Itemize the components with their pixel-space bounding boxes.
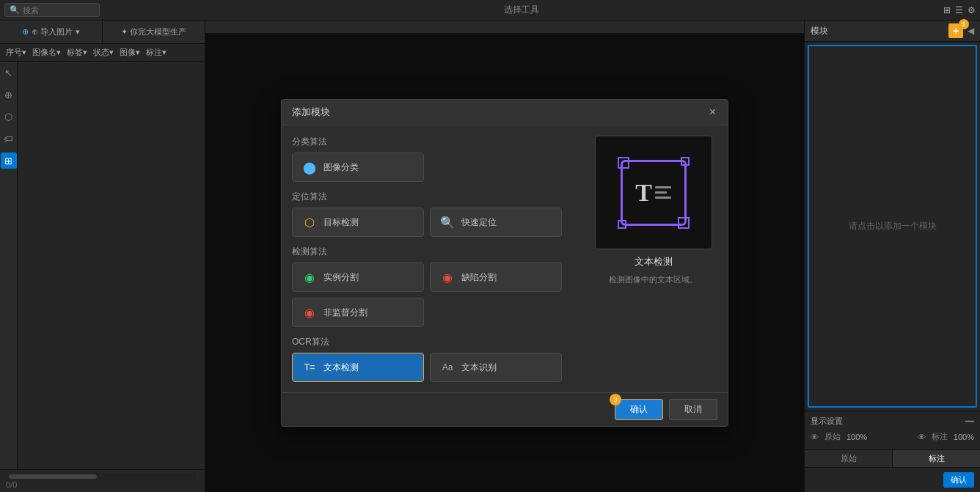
right-panel-collapse[interactable]: ◀ <box>968 26 974 36</box>
sidebar-content <box>18 62 205 469</box>
import-label: ⊕ 导入图片 ▾ <box>32 26 79 37</box>
section-detect-label: 检测算法 <box>292 246 579 258</box>
confirm-label: 确认 <box>630 404 648 414</box>
page-indicator: 0/0 <box>6 480 199 489</box>
section-ocr: OCR算法 T= 文本检测 Aa 文本识别 <box>292 336 579 382</box>
toolbar-title: 选择工具 <box>103 4 940 16</box>
menu-item-annotation[interactable]: 标注▾ <box>146 47 167 58</box>
display-settings-toggle[interactable]: ━━ <box>965 417 974 425</box>
module-item-text-detect[interactable]: T= 文本检测 <box>292 353 424 382</box>
module-item-instance-seg[interactable]: ◉ 实例分割 <box>292 262 424 292</box>
annot-val: 100% <box>954 433 974 441</box>
h-scrollbar-thumb <box>9 474 97 479</box>
sidebar-bottom: 0/0 <box>0 469 205 492</box>
sidebar-menu-bar: 序号▾ 图像名▾ 标签▾ 状态▾ 图像▾ 标注▾ <box>0 44 205 62</box>
annot-label: 标注 <box>932 431 948 442</box>
dialog-title: 添加模块 <box>292 106 330 119</box>
module-grid-detect: ◉ 实例分割 ◉ 缺陷分割 ◉ 非监督分割 <box>292 262 579 327</box>
sidebar-top-buttons: ⊕ ⊕ 导入图片 ▾ ✦ 你完大模型生产 <box>0 21 205 44</box>
search-box[interactable]: 🔍 <box>4 3 100 17</box>
right-tab-orig[interactable]: 原始 <box>805 450 893 467</box>
h-scrollbar[interactable] <box>9 473 196 480</box>
module-item-image-classify[interactable]: ⬤ 图像分类 <box>292 153 424 182</box>
corner-tr <box>681 157 690 166</box>
module-icon-classify: ⬤ <box>301 159 318 175</box>
import-image-button[interactable]: ⊕ ⊕ 导入图片 ▾ <box>0 21 103 43</box>
display-row-orig: 👁 原始 100% 👁 标注 100% <box>811 431 974 442</box>
menu-item-image[interactable]: 图像▾ <box>120 47 140 58</box>
tool-zoom[interactable]: ⊕ <box>1 87 17 103</box>
dialog-body: 分类算法 ⬤ 图像分类 定位算法 <box>282 125 728 392</box>
module-icon-unsup: ◉ <box>301 304 318 320</box>
module-item-object-detect[interactable]: ⬡ 目标检测 <box>292 208 424 237</box>
add-module-plus: + <box>953 25 959 37</box>
module-icon-text-recog: Aa <box>439 359 456 375</box>
dialog-module-list: 分类算法 ⬤ 图像分类 定位算法 <box>292 136 579 382</box>
import-icon: ⊕ <box>22 27 29 37</box>
cancel-button[interactable]: 取消 <box>669 399 717 420</box>
tool-cursor[interactable]: ↖ <box>1 65 17 81</box>
right-bottom-tabs: 原始 标注 <box>805 449 980 467</box>
top-toolbar: 🔍 选择工具 ⊞ ☰ ⚙ <box>0 0 980 21</box>
confirm-button[interactable]: 3 确认 <box>615 399 663 420</box>
canvas-main: 添加模块 × 分类算法 ⬤ 图像 <box>205 34 804 492</box>
add-module-button[interactable]: + 1 <box>948 23 963 38</box>
tool-label[interactable]: 🏷 <box>1 131 17 147</box>
module-item-text-recog[interactable]: Aa 文本识别 <box>430 353 562 382</box>
dialog-header: 添加模块 × <box>282 100 728 125</box>
right-display-settings: 显示设置 ━━ 👁 原始 100% 👁 标注 100% <box>805 411 980 449</box>
module-icon-instance: ◉ <box>301 269 318 285</box>
sidebar-tool-panel: ↖ ⊕ ⬡ 🏷 ⊞ <box>0 62 18 469</box>
menu-item-status[interactable]: 状态▾ <box>93 47 114 58</box>
menu-item-number[interactable]: 序号▾ <box>6 47 26 58</box>
module-item-defect-seg[interactable]: ◉ 缺陷分割 <box>430 262 562 292</box>
corner-bl <box>618 220 626 229</box>
preview-t-letter: T <box>635 179 652 207</box>
toolbar-icon-settings[interactable]: ⚙ <box>968 5 976 15</box>
module-grid-locate: ⬡ 目标检测 🔍 快速定位 <box>292 208 579 237</box>
right-confirm-button[interactable]: 确认 <box>943 472 974 488</box>
canvas-ruler-top <box>205 21 804 34</box>
eye-icon-annot[interactable]: 👁 <box>918 433 926 441</box>
dialog-overlay: 添加模块 × 分类算法 ⬤ 图像 <box>205 34 804 492</box>
module-name-object: 目标检测 <box>323 216 359 229</box>
module-name-classify: 图像分类 <box>323 161 359 174</box>
confirm-badge: 3 <box>610 394 621 405</box>
right-tab-annot[interactable]: 标注 <box>893 450 980 467</box>
module-icon-fast: 🔍 <box>439 214 456 230</box>
left-sidebar: ⊕ ⊕ 导入图片 ▾ ✦ 你完大模型生产 序号▾ 图像名▾ 标签▾ 状态▾ 图像… <box>0 21 205 492</box>
module-icon-object: ⬡ <box>301 214 318 230</box>
module-item-fast-locate[interactable]: 🔍 快速定位 <box>430 208 562 237</box>
eye-icon-orig[interactable]: 👁 <box>811 433 819 441</box>
display-settings-label: 显示设置 <box>811 416 843 427</box>
preview-t-symbol: T <box>635 179 671 207</box>
orig-val: 100% <box>846 433 867 441</box>
toolbar-icon-grid[interactable]: ⊞ <box>943 5 951 15</box>
search-input[interactable] <box>23 6 95 15</box>
section-ocr-label: OCR算法 <box>292 336 579 348</box>
orig-label: 原始 <box>824 431 841 442</box>
tool-roi[interactable]: ⊞ <box>1 153 17 169</box>
main-layout: ⊕ ⊕ 导入图片 ▾ ✦ 你完大模型生产 序号▾ 图像名▾ 标签▾ 状态▾ 图像… <box>0 21 980 492</box>
search-icon: 🔍 <box>10 5 20 15</box>
preview-line-2 <box>655 191 667 194</box>
module-name-instance: 实例分割 <box>323 271 359 284</box>
right-module-empty-area[interactable]: 请点击以添加一个模块 <box>808 45 977 408</box>
preview-line-1 <box>655 186 671 188</box>
preview-module-desc: 检测图像中的文本区域。 <box>609 274 698 285</box>
right-panel-header: 模块 + 1 ◀ <box>805 21 980 42</box>
preview-icon-wrapper: T <box>621 160 687 226</box>
sidebar-inner: ↖ ⊕ ⬡ 🏷 ⊞ <box>0 62 205 469</box>
tool-polygon[interactable]: ⬡ <box>1 109 17 125</box>
add-module-badge: 1 <box>959 19 969 29</box>
ai-model-button[interactable]: ✦ 你完大模型生产 <box>103 21 205 43</box>
toolbar-icon-list[interactable]: ☰ <box>955 5 963 15</box>
module-item-unsup-seg[interactable]: ◉ 非监督分割 <box>292 298 424 327</box>
menu-item-imagename[interactable]: 图像名▾ <box>32 47 61 58</box>
dialog-close-button[interactable]: × <box>708 106 717 118</box>
menu-item-label[interactable]: 标签▾ <box>67 47 87 58</box>
right-confirm-row: 确认 <box>805 467 980 492</box>
module-name-unsup: 非监督分割 <box>323 306 368 319</box>
section-locate-label: 定位算法 <box>292 191 579 203</box>
add-module-dialog: 添加模块 × 分类算法 ⬤ 图像 <box>281 99 728 427</box>
